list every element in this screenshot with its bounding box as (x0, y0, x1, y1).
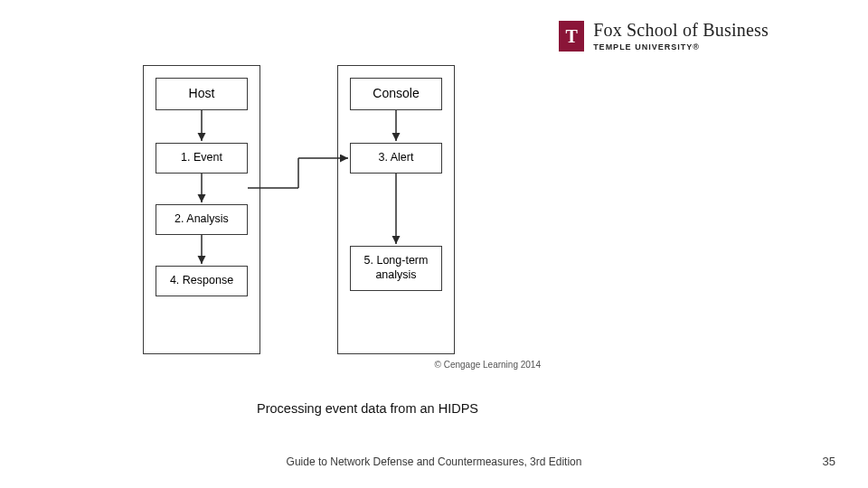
logo-line2: TEMPLE UNIVERSITY® (593, 42, 769, 52)
node-event: 1. Event (156, 143, 248, 174)
logo-text: Fox School of Business TEMPLE UNIVERSITY… (593, 20, 769, 52)
page-number: 35 (823, 455, 835, 468)
slide: T Fox School of Business TEMPLE UNIVERSI… (0, 0, 868, 488)
school-logo: T Fox School of Business TEMPLE UNIVERSI… (559, 20, 769, 52)
node-host: Host (156, 78, 248, 110)
node-longterm: 5. Long-term analysis (350, 246, 442, 291)
diagram-copyright: © Cengage Learning 2014 (435, 360, 541, 370)
logo-mark-icon: T (559, 21, 584, 52)
node-alert: 3. Alert (350, 143, 442, 174)
node-console: Console (350, 78, 442, 110)
figure-caption: Processing event data from an HIDPS (257, 401, 478, 416)
footer-text: Guide to Network Defense and Countermeas… (0, 455, 868, 468)
hidps-diagram: Host 1. Event 2. Analysis 4. Response Co… (143, 65, 541, 368)
node-analysis: 2. Analysis (156, 204, 248, 235)
node-response: 4. Response (156, 266, 248, 296)
logo-line1: Fox School of Business (593, 20, 769, 41)
logo-letter: T (565, 27, 577, 45)
